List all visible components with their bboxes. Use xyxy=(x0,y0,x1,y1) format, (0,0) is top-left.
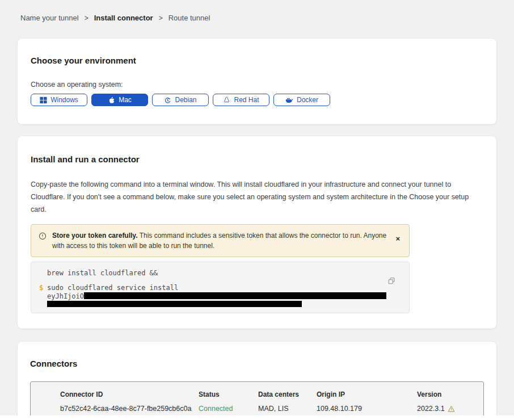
os-button-mac[interactable]: Mac xyxy=(91,94,148,106)
shell-prompt: $ xyxy=(39,284,47,292)
install-command-codeblock[interactable]: brew install cloudflared && $ sudo cloud… xyxy=(31,262,410,313)
version-text: 2022.3.1 xyxy=(417,405,445,413)
docker-whale-icon xyxy=(285,96,293,104)
token-prefix: eyJhIjoiO xyxy=(47,292,84,301)
breadcrumb-install-connector[interactable]: Install connector xyxy=(94,14,153,22)
alert-text: Store your token carefully. This command… xyxy=(52,230,387,251)
col-header-origin-ip: Origin IP xyxy=(317,390,417,398)
windows-icon xyxy=(40,96,47,104)
apple-icon xyxy=(108,96,115,104)
redaction-bar xyxy=(47,301,302,307)
os-button-debian[interactable]: Debian xyxy=(152,94,209,106)
col-header-version: Version xyxy=(417,390,483,398)
prompt-spacer xyxy=(39,292,47,301)
copy-icon xyxy=(387,277,395,285)
token-warning-alert: Store your token carefully. This command… xyxy=(31,224,410,257)
environment-card-title: Choose your environment xyxy=(31,56,483,65)
alert-title: Store your token carefully. xyxy=(52,232,138,240)
debian-swirl-icon xyxy=(164,96,171,104)
breadcrumb: Name your tunnel > Install connector > R… xyxy=(20,14,514,22)
connector-id-cell: b7c52c42-6caa-48ee-8c77-fbe259cb6c0a xyxy=(60,405,199,413)
install-connector-card: Install and run a connector Copy-paste t… xyxy=(18,136,496,329)
info-circle-icon xyxy=(39,232,47,242)
prompt-spacer xyxy=(39,269,47,278)
os-button-group: Windows Mac Debian xyxy=(31,94,483,106)
os-button-label: Debian xyxy=(175,96,196,104)
code-line-1: brew install cloudflared && xyxy=(39,269,386,278)
os-select-label: Choose an operating system: xyxy=(31,81,483,89)
connector-version-cell: 2022.3.1 xyxy=(417,405,483,413)
environment-card: Choose your environment Choose an operat… xyxy=(18,39,496,124)
breadcrumb-route-tunnel[interactable]: Route tunnel xyxy=(168,14,210,22)
breadcrumb-separator: > xyxy=(85,14,89,22)
os-button-docker[interactable]: Docker xyxy=(273,94,330,106)
bottom-strip xyxy=(0,415,514,420)
code-line-2: $ sudo cloudflared service install xyxy=(39,284,386,292)
col-header-connector-id: Connector ID xyxy=(60,390,199,398)
redhat-icon xyxy=(223,96,230,104)
col-header-data-centers: Data centers xyxy=(258,390,317,398)
breadcrumb-name-your-tunnel[interactable]: Name your tunnel xyxy=(20,14,79,22)
redaction-bar xyxy=(84,292,386,299)
code-line-3: eyJhIjoiO xyxy=(39,292,386,301)
os-button-windows[interactable]: Windows xyxy=(31,94,87,106)
connectors-card: Connectors Connector ID Status Data cent… xyxy=(18,342,496,420)
copy-command-button[interactable] xyxy=(387,277,395,287)
os-button-label: Windows xyxy=(50,96,78,104)
os-button-label: Red Hat xyxy=(234,96,259,104)
connector-status-cell: Connected xyxy=(199,405,258,413)
alert-close-button[interactable]: × xyxy=(393,234,402,243)
connector-origin-ip-cell: 109.48.10.179 xyxy=(317,405,417,413)
install-description: Copy-paste the following command into a … xyxy=(31,178,483,216)
connectors-card-title: Connectors xyxy=(30,359,484,368)
connector-table-row: b7c52c42-6caa-48ee-8c77-fbe259cb6c0a Con… xyxy=(60,405,483,413)
os-button-label: Mac xyxy=(119,96,132,104)
install-card-title: Install and run a connector xyxy=(31,154,483,164)
code-text: brew install cloudflared && xyxy=(47,269,158,278)
breadcrumb-separator: > xyxy=(159,14,163,22)
connector-data-centers-cell: MAD, LIS xyxy=(258,405,317,413)
code-text: sudo cloudflared service install xyxy=(47,284,178,292)
col-header-status: Status xyxy=(199,390,258,398)
connectors-table: Connector ID Status Data centers Origin … xyxy=(30,381,484,420)
version-warning-icon xyxy=(448,405,455,413)
os-button-redhat[interactable]: Red Hat xyxy=(213,94,269,106)
os-button-label: Docker xyxy=(297,96,318,104)
connectors-table-header: Connector ID Status Data centers Origin … xyxy=(60,390,483,398)
